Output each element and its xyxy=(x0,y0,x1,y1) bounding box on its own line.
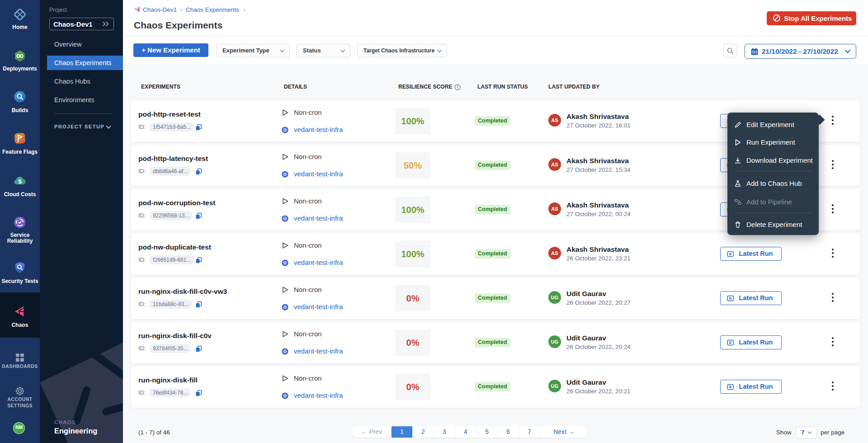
svg-text:$: $ xyxy=(18,178,22,185)
